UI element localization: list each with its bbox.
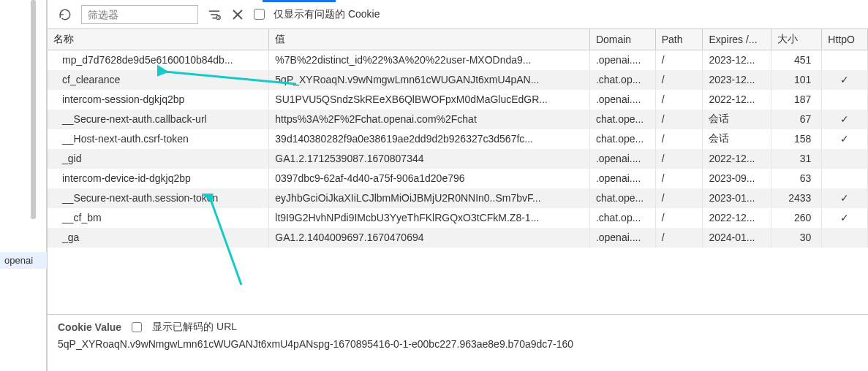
cell-value: SU1PVU5QSndzSkREeXB6QlBWOFpxM0dMaGlucEdG… bbox=[269, 90, 590, 110]
decode-url-checkbox[interactable] bbox=[132, 322, 142, 332]
cell-domain: .openai.... bbox=[589, 149, 655, 169]
cell-path: / bbox=[655, 70, 703, 90]
cell-path: / bbox=[655, 188, 703, 208]
cell-name: _gid bbox=[48, 149, 269, 169]
active-tab-indicator bbox=[263, 0, 336, 2]
table-row[interactable]: _gidGA1.2.1712539087.1670807344.openai..… bbox=[48, 149, 868, 169]
table-row[interactable]: _gaGA1.2.1404009697.1670470694.openai...… bbox=[48, 228, 868, 248]
cell-domain: chat.ope... bbox=[589, 110, 655, 129]
toolbar: 仅显示有问题的 Cookie bbox=[48, 0, 868, 29]
cell-domain: .chat.op... bbox=[589, 208, 655, 228]
cell-path: / bbox=[655, 129, 703, 149]
cell-expires: 会话 bbox=[703, 129, 771, 149]
cell-expires: 2023-09... bbox=[703, 169, 771, 188]
clear-filter-button[interactable] bbox=[207, 7, 222, 22]
cell-http: ✓ bbox=[822, 70, 868, 90]
cell-expires: 2023-12... bbox=[703, 70, 771, 90]
refresh-button[interactable] bbox=[58, 7, 72, 22]
cell-name: cf_clearance bbox=[48, 70, 269, 90]
cell-expires: 2022-12... bbox=[703, 90, 771, 110]
cell-expires: 2024-01... bbox=[703, 228, 771, 248]
cookie-detail-panel: Cookie Value 显示已解码的 URL 5qP_XYRoaqN.v9wN… bbox=[48, 314, 868, 371]
col-name[interactable]: 名称 bbox=[48, 29, 269, 50]
table-row[interactable]: __cf_bmlt9I9G2HvhNPdi9IMcbU3YyeThFKlRGQx… bbox=[48, 208, 868, 228]
cell-path: / bbox=[655, 90, 703, 110]
cell-name: __Secure-next-auth.callback-url bbox=[48, 110, 269, 129]
cell-http: ✓ bbox=[822, 208, 868, 228]
table-row[interactable]: __Secure-next-auth.session-tokeneyJhbGci… bbox=[48, 188, 868, 208]
cell-name: __Secure-next-auth.session-token bbox=[48, 188, 269, 208]
cookie-table: 名称 值 Domain Path Expires /... 大小 HttpO m… bbox=[48, 29, 868, 248]
clear-all-button[interactable] bbox=[230, 7, 245, 22]
col-expires[interactable]: Expires /... bbox=[703, 29, 771, 50]
cell-size: 158 bbox=[771, 129, 822, 149]
cell-value: 39d140380282f9a0e38619ae2dd9d2b926327c3d… bbox=[269, 129, 590, 149]
cell-size: 101 bbox=[771, 70, 822, 90]
cell-expires: 2022-12... bbox=[703, 208, 771, 228]
cell-value: eyJhbGciOiJkaXIiLCJlbmMiOiJBMjU2R0NNIn0.… bbox=[269, 188, 590, 208]
cell-path: / bbox=[655, 228, 703, 248]
cell-size: 67 bbox=[771, 110, 822, 129]
cell-name: intercom-session-dgkjq2bp bbox=[48, 90, 269, 110]
cell-path: / bbox=[655, 50, 703, 70]
cell-expires: 2022-12... bbox=[703, 149, 771, 169]
cookies-panel: 仅显示有问题的 Cookie 名称 值 Domain Path Expires … bbox=[47, 0, 868, 371]
cell-expires: 2023-01... bbox=[703, 188, 771, 208]
cell-domain: .chat.op... bbox=[589, 70, 655, 90]
cell-domain: .openai.... bbox=[589, 50, 655, 70]
cell-name: mp_d7d7628de9d5e6160010b84db... bbox=[48, 50, 269, 70]
cell-value: https%3A%2F%2Fchat.openai.com%2Fchat bbox=[269, 110, 590, 129]
cell-http bbox=[822, 149, 868, 169]
cell-path: / bbox=[655, 169, 703, 188]
cell-size: 63 bbox=[771, 169, 822, 188]
cell-path: / bbox=[655, 110, 703, 129]
table-row[interactable]: intercom-session-dgkjq2bpSU1PVU5QSndzSkR… bbox=[48, 90, 868, 110]
col-size[interactable]: 大小 bbox=[771, 29, 822, 50]
table-row[interactable]: intercom-device-id-dgkjq2bp0397dbc9-62af… bbox=[48, 169, 868, 188]
left-panel-selected-item[interactable]: openai bbox=[0, 252, 47, 269]
table-row[interactable]: mp_d7d7628de9d5e6160010b84db...%7B%22dis… bbox=[48, 50, 868, 70]
cell-path: / bbox=[655, 208, 703, 228]
col-http[interactable]: HttpO bbox=[822, 29, 868, 50]
cell-name: _ga bbox=[48, 228, 269, 248]
cell-size: 187 bbox=[771, 90, 822, 110]
cell-domain: chat.ope... bbox=[589, 129, 655, 149]
cookie-value-label: Cookie Value bbox=[58, 321, 121, 333]
cell-value: lt9I9G2HvhNPdi9IMcbU3YyeThFKlRGQxO3tCFkM… bbox=[269, 208, 590, 228]
cell-value: 5qP_XYRoaqN.v9wNmgwLmn61cWUGANJt6xmU4pAN… bbox=[269, 70, 590, 90]
cell-http bbox=[822, 228, 868, 248]
cell-domain: .openai.... bbox=[589, 90, 655, 110]
cell-value: GA1.2.1404009697.1670470694 bbox=[269, 228, 590, 248]
decode-url-label: 显示已解码的 URL bbox=[152, 321, 237, 334]
cell-name: intercom-device-id-dgkjq2bp bbox=[48, 169, 269, 188]
cell-size: 2433 bbox=[771, 188, 822, 208]
filter-input[interactable] bbox=[81, 5, 198, 24]
problem-only-checkbox[interactable] bbox=[254, 9, 265, 20]
col-value[interactable]: 值 bbox=[269, 29, 590, 50]
cell-http bbox=[822, 90, 868, 110]
cell-http: ✓ bbox=[822, 188, 868, 208]
left-panel: openai bbox=[0, 0, 47, 371]
cell-http bbox=[822, 50, 868, 70]
cell-value: 0397dbc9-62af-4d40-a75f-906a1d20e796 bbox=[269, 169, 590, 188]
cell-size: 30 bbox=[771, 228, 822, 248]
cell-domain: .openai.... bbox=[589, 228, 655, 248]
col-path[interactable]: Path bbox=[655, 29, 703, 50]
table-row[interactable]: __Host-next-auth.csrf-token39d140380282f… bbox=[48, 129, 868, 149]
cell-http: ✓ bbox=[822, 110, 868, 129]
table-row[interactable]: cf_clearance5qP_XYRoaqN.v9wNmgwLmn61cWUG… bbox=[48, 70, 868, 90]
cookie-value-text[interactable]: 5qP_XYRoaqN.v9wNmgwLmn61cWUGANJt6xmU4pAN… bbox=[58, 338, 858, 350]
col-domain[interactable]: Domain bbox=[589, 29, 655, 50]
left-panel-scrollbar[interactable] bbox=[31, 0, 36, 219]
cell-name: __cf_bm bbox=[48, 208, 269, 228]
header-row: 名称 值 Domain Path Expires /... 大小 HttpO bbox=[48, 29, 868, 50]
cell-path: / bbox=[655, 149, 703, 169]
cell-http bbox=[822, 169, 868, 188]
table-row[interactable]: __Secure-next-auth.callback-urlhttps%3A%… bbox=[48, 110, 868, 129]
cookie-table-container: 名称 值 Domain Path Expires /... 大小 HttpO m… bbox=[48, 29, 868, 314]
cell-expires: 2023-12... bbox=[703, 50, 771, 70]
cell-size: 260 bbox=[771, 208, 822, 228]
problem-only-label: 仅显示有问题的 Cookie bbox=[273, 8, 380, 21]
cell-name: __Host-next-auth.csrf-token bbox=[48, 129, 269, 149]
cell-expires: 会话 bbox=[703, 110, 771, 129]
